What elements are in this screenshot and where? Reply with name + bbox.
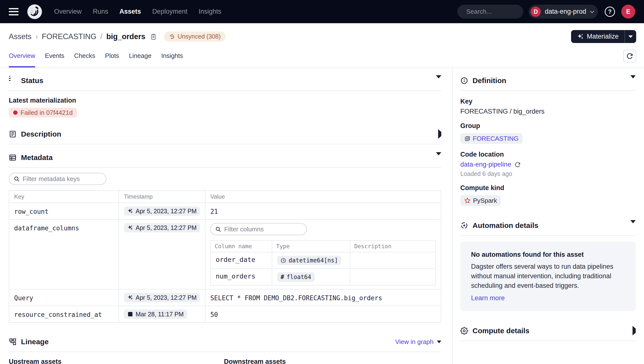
columns-filter[interactable] [210, 223, 307, 235]
latest-materialization-label: Latest materialization [9, 97, 441, 104]
observation-grid-icon [127, 311, 133, 317]
column-header-key: Key [9, 191, 119, 203]
description-header: Description [9, 127, 441, 141]
materialize-button[interactable]: Materialize [571, 30, 636, 43]
table-row: num_orders # float64 [210, 269, 436, 285]
nav-item-overview[interactable]: Overview [54, 8, 82, 15]
tab-events[interactable]: Events [45, 52, 64, 67]
group-label: Group [460, 122, 636, 130]
page-title: big_orders [106, 32, 146, 41]
compute-details-title: Compute details [472, 327, 529, 335]
expand-toggle[interactable] [632, 329, 636, 333]
sparkle-icon [577, 33, 584, 40]
upstream-assets-block: Upstream assets FORECASTING / predicted_… [9, 358, 224, 364]
tab-overview[interactable]: Overview [9, 52, 35, 67]
table-row: dataframe_columns Apr 5, 2023, 12:27 PM [9, 219, 441, 289]
timestamp-label: Apr 5, 2023, 12:27 PM [136, 208, 196, 215]
status-section: Status Latest materialization Failed in … [9, 74, 441, 117]
metadata-filter-input[interactable] [23, 175, 104, 183]
help-icon[interactable]: ? [605, 7, 615, 17]
asset-definition-sidebar: Definition Key FORECASTING / big_orders … [452, 68, 644, 364]
group-grid-icon [464, 136, 470, 142]
tab-plots[interactable]: Plots [105, 52, 119, 67]
materialization-sparkle-icon [127, 208, 133, 214]
menu-icon[interactable] [9, 8, 18, 15]
timestamp-link[interactable]: Apr 5, 2023, 12:27 PM [124, 223, 200, 232]
columns-table-header: Column name Type Description [210, 240, 436, 252]
type-badge: datetime64[ns] [277, 256, 341, 265]
type-label: datetime64[ns] [288, 257, 338, 264]
expand-toggle[interactable] [438, 132, 441, 136]
nav-item-deployment[interactable]: Deployment [152, 8, 187, 15]
metadata-filter[interactable] [9, 173, 106, 185]
no-automations-title: No automations found for this asset [471, 251, 625, 258]
group-badge[interactable]: FORECASTING [460, 133, 522, 144]
search-box[interactable]: / [458, 5, 523, 19]
code-location-link[interactable]: data-eng-pipeline [460, 161, 511, 168]
chevron-down-icon [628, 35, 633, 38]
timestamp-link[interactable]: Apr 5, 2023, 12:27 PM [124, 293, 200, 302]
info-icon [460, 77, 468, 85]
collapse-toggle[interactable] [436, 155, 441, 160]
materialize-dropdown[interactable] [624, 30, 636, 43]
table-row: row_count Apr 5, 2023, 12:27 PM 21 [9, 203, 441, 219]
timestamp-label: Mar 28, 11:17 PM [136, 311, 184, 318]
metadata-key: row_count [9, 203, 119, 219]
user-avatar[interactable]: E [621, 5, 635, 19]
metadata-value: SELECT * FROM DEMO_DB2.FORECASTING.big_o… [205, 289, 441, 306]
failed-run-label: Failed in 07f4421d [20, 109, 73, 116]
collapse-toggle[interactable] [630, 78, 636, 83]
column-header-timestamp: Timestamp [119, 191, 205, 203]
breadcrumb-group[interactable]: FORECASTING [42, 32, 96, 41]
column-name: order_date [210, 252, 272, 269]
description-section: Description [9, 127, 441, 144]
metadata-key: dataframe_columns [9, 219, 119, 289]
automation-header: Automation details [460, 219, 636, 232]
compute-kind-name: PySpark [473, 197, 497, 205]
collapse-toggle[interactable] [436, 78, 441, 83]
search-icon [215, 226, 221, 232]
nav-item-runs[interactable]: Runs [93, 8, 108, 15]
breadcrumb-slash: / [100, 32, 102, 41]
no-automations-body: Dagster offers several ways to run data … [471, 262, 625, 290]
nav-item-insights[interactable]: Insights [198, 8, 221, 15]
nav-item-assets[interactable]: Assets [120, 8, 141, 15]
materialize-main[interactable]: Materialize [571, 30, 624, 43]
breadcrumb-assets[interactable]: Assets [9, 32, 32, 41]
definition-section: Definition Key FORECASTING / big_orders … [460, 74, 636, 206]
column-description [350, 252, 436, 269]
columns-table: Column name Type Description order_date [210, 240, 436, 286]
failed-run-badge[interactable]: Failed in 07f4421d [9, 108, 77, 117]
learn-more-link[interactable]: Learn more [471, 294, 505, 302]
automation-icon [460, 222, 468, 229]
lineage-icon [9, 338, 16, 346]
asset-overview-main: Status Latest materialization Failed in … [0, 68, 452, 364]
column-header-type: Type [272, 240, 350, 252]
tab-insights[interactable]: Insights [161, 52, 183, 67]
chevron-down-icon [590, 9, 594, 13]
collapse-toggle[interactable] [630, 223, 636, 228]
status-header: Status [9, 74, 441, 87]
reload-icon[interactable] [515, 162, 520, 167]
compute-details-section: Compute details [460, 324, 636, 341]
materialization-sparkle-icon [127, 225, 133, 231]
tab-lineage[interactable]: Lineage [129, 52, 152, 67]
view-in-graph-button[interactable]: View in graph [395, 338, 441, 346]
view-in-graph-label: View in graph [395, 338, 434, 346]
dataframe-columns-cell: Column name Type Description order_date [205, 219, 441, 289]
deployment-switcher[interactable]: D data-eng-prod [528, 5, 598, 19]
table-row: order_date datetime64[ns] [210, 252, 436, 269]
materialize-label: Materialize [587, 33, 619, 40]
metadata-value: 50 [205, 306, 441, 322]
group-name: FORECASTING [473, 135, 518, 142]
tab-checks[interactable]: Checks [74, 52, 96, 67]
code-location-loaded: Loaded 6 days ago [460, 170, 636, 177]
copy-icon[interactable] [150, 33, 157, 40]
refresh-button[interactable] [623, 50, 636, 63]
unsynced-badge[interactable]: Unsynced (308) [164, 32, 226, 42]
timestamp-link[interactable]: Mar 28, 11:17 PM [124, 309, 187, 319]
columns-filter-input[interactable] [224, 226, 306, 233]
dagster-logo[interactable] [27, 4, 42, 20]
timestamp-link[interactable]: Apr 5, 2023, 12:27 PM [124, 207, 200, 216]
type-label: float64 [287, 274, 311, 280]
